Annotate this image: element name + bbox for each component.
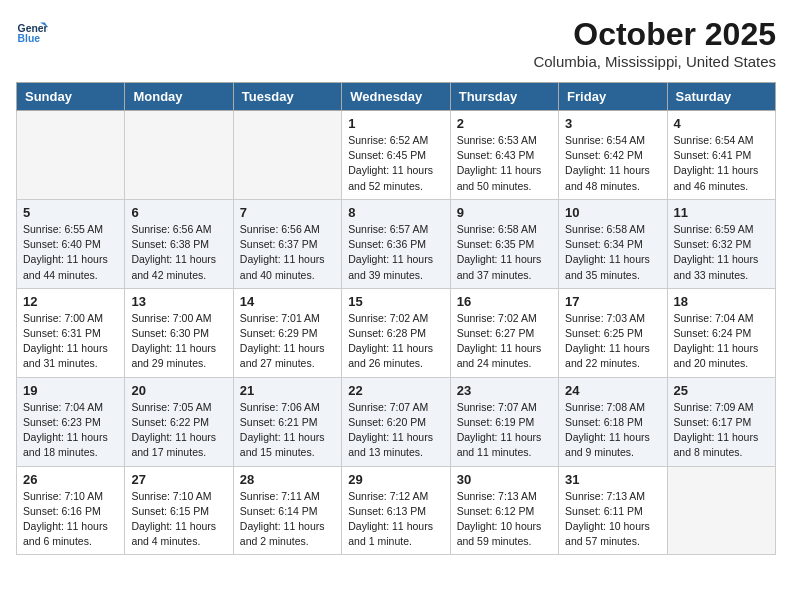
- day-number: 4: [674, 116, 769, 131]
- day-info: Sunrise: 6:58 AM Sunset: 6:35 PM Dayligh…: [457, 222, 552, 283]
- day-info: Sunrise: 6:54 AM Sunset: 6:41 PM Dayligh…: [674, 133, 769, 194]
- day-info: Sunrise: 7:08 AM Sunset: 6:18 PM Dayligh…: [565, 400, 660, 461]
- calendar-cell: 18Sunrise: 7:04 AM Sunset: 6:24 PM Dayli…: [667, 288, 775, 377]
- day-info: Sunrise: 7:10 AM Sunset: 6:16 PM Dayligh…: [23, 489, 118, 550]
- logo-icon: General Blue: [16, 16, 48, 48]
- day-number: 6: [131, 205, 226, 220]
- day-info: Sunrise: 7:07 AM Sunset: 6:19 PM Dayligh…: [457, 400, 552, 461]
- day-number: 13: [131, 294, 226, 309]
- calendar-cell: 19Sunrise: 7:04 AM Sunset: 6:23 PM Dayli…: [17, 377, 125, 466]
- day-number: 23: [457, 383, 552, 398]
- calendar-cell: 7Sunrise: 6:56 AM Sunset: 6:37 PM Daylig…: [233, 199, 341, 288]
- weekday-header-monday: Monday: [125, 83, 233, 111]
- calendar-cell: 22Sunrise: 7:07 AM Sunset: 6:20 PM Dayli…: [342, 377, 450, 466]
- month-title: October 2025: [533, 16, 776, 53]
- calendar-cell: 14Sunrise: 7:01 AM Sunset: 6:29 PM Dayli…: [233, 288, 341, 377]
- weekday-header-wednesday: Wednesday: [342, 83, 450, 111]
- calendar-cell: 9Sunrise: 6:58 AM Sunset: 6:35 PM Daylig…: [450, 199, 558, 288]
- day-info: Sunrise: 7:02 AM Sunset: 6:27 PM Dayligh…: [457, 311, 552, 372]
- day-number: 11: [674, 205, 769, 220]
- calendar-cell: [17, 111, 125, 200]
- calendar-cell: 21Sunrise: 7:06 AM Sunset: 6:21 PM Dayli…: [233, 377, 341, 466]
- day-number: 15: [348, 294, 443, 309]
- calendar-cell: 8Sunrise: 6:57 AM Sunset: 6:36 PM Daylig…: [342, 199, 450, 288]
- week-row-3: 12Sunrise: 7:00 AM Sunset: 6:31 PM Dayli…: [17, 288, 776, 377]
- day-info: Sunrise: 7:12 AM Sunset: 6:13 PM Dayligh…: [348, 489, 443, 550]
- weekday-header-saturday: Saturday: [667, 83, 775, 111]
- day-number: 28: [240, 472, 335, 487]
- calendar-cell: 2Sunrise: 6:53 AM Sunset: 6:43 PM Daylig…: [450, 111, 558, 200]
- weekday-header-tuesday: Tuesday: [233, 83, 341, 111]
- svg-text:Blue: Blue: [18, 33, 41, 44]
- day-info: Sunrise: 6:54 AM Sunset: 6:42 PM Dayligh…: [565, 133, 660, 194]
- day-info: Sunrise: 6:57 AM Sunset: 6:36 PM Dayligh…: [348, 222, 443, 283]
- day-number: 26: [23, 472, 118, 487]
- day-number: 16: [457, 294, 552, 309]
- day-info: Sunrise: 7:00 AM Sunset: 6:31 PM Dayligh…: [23, 311, 118, 372]
- weekday-header-friday: Friday: [559, 83, 667, 111]
- day-info: Sunrise: 7:02 AM Sunset: 6:28 PM Dayligh…: [348, 311, 443, 372]
- calendar-cell: 1Sunrise: 6:52 AM Sunset: 6:45 PM Daylig…: [342, 111, 450, 200]
- day-info: Sunrise: 6:59 AM Sunset: 6:32 PM Dayligh…: [674, 222, 769, 283]
- calendar-cell: 3Sunrise: 6:54 AM Sunset: 6:42 PM Daylig…: [559, 111, 667, 200]
- day-number: 1: [348, 116, 443, 131]
- day-number: 17: [565, 294, 660, 309]
- day-number: 10: [565, 205, 660, 220]
- calendar-cell: 23Sunrise: 7:07 AM Sunset: 6:19 PM Dayli…: [450, 377, 558, 466]
- day-info: Sunrise: 7:13 AM Sunset: 6:11 PM Dayligh…: [565, 489, 660, 550]
- day-info: Sunrise: 6:56 AM Sunset: 6:37 PM Dayligh…: [240, 222, 335, 283]
- day-number: 20: [131, 383, 226, 398]
- calendar-cell: 25Sunrise: 7:09 AM Sunset: 6:17 PM Dayli…: [667, 377, 775, 466]
- day-number: 21: [240, 383, 335, 398]
- calendar-cell: 28Sunrise: 7:11 AM Sunset: 6:14 PM Dayli…: [233, 466, 341, 555]
- calendar-cell: [125, 111, 233, 200]
- calendar-table: SundayMondayTuesdayWednesdayThursdayFrid…: [16, 82, 776, 555]
- day-info: Sunrise: 7:09 AM Sunset: 6:17 PM Dayligh…: [674, 400, 769, 461]
- day-number: 31: [565, 472, 660, 487]
- calendar-cell: 31Sunrise: 7:13 AM Sunset: 6:11 PM Dayli…: [559, 466, 667, 555]
- day-number: 5: [23, 205, 118, 220]
- day-info: Sunrise: 7:13 AM Sunset: 6:12 PM Dayligh…: [457, 489, 552, 550]
- calendar-cell: 20Sunrise: 7:05 AM Sunset: 6:22 PM Dayli…: [125, 377, 233, 466]
- day-number: 12: [23, 294, 118, 309]
- calendar-cell: 29Sunrise: 7:12 AM Sunset: 6:13 PM Dayli…: [342, 466, 450, 555]
- calendar-cell: 4Sunrise: 6:54 AM Sunset: 6:41 PM Daylig…: [667, 111, 775, 200]
- day-number: 3: [565, 116, 660, 131]
- calendar-cell: 30Sunrise: 7:13 AM Sunset: 6:12 PM Dayli…: [450, 466, 558, 555]
- calendar-cell: 13Sunrise: 7:00 AM Sunset: 6:30 PM Dayli…: [125, 288, 233, 377]
- weekday-header-thursday: Thursday: [450, 83, 558, 111]
- day-number: 29: [348, 472, 443, 487]
- day-number: 18: [674, 294, 769, 309]
- day-info: Sunrise: 7:04 AM Sunset: 6:24 PM Dayligh…: [674, 311, 769, 372]
- calendar-cell: 6Sunrise: 6:56 AM Sunset: 6:38 PM Daylig…: [125, 199, 233, 288]
- calendar-cell: [233, 111, 341, 200]
- weekday-header-row: SundayMondayTuesdayWednesdayThursdayFrid…: [17, 83, 776, 111]
- day-info: Sunrise: 7:05 AM Sunset: 6:22 PM Dayligh…: [131, 400, 226, 461]
- calendar-cell: 16Sunrise: 7:02 AM Sunset: 6:27 PM Dayli…: [450, 288, 558, 377]
- day-number: 19: [23, 383, 118, 398]
- day-number: 22: [348, 383, 443, 398]
- day-info: Sunrise: 7:07 AM Sunset: 6:20 PM Dayligh…: [348, 400, 443, 461]
- calendar-cell: 17Sunrise: 7:03 AM Sunset: 6:25 PM Dayli…: [559, 288, 667, 377]
- day-info: Sunrise: 6:56 AM Sunset: 6:38 PM Dayligh…: [131, 222, 226, 283]
- day-info: Sunrise: 6:52 AM Sunset: 6:45 PM Dayligh…: [348, 133, 443, 194]
- calendar-cell: 5Sunrise: 6:55 AM Sunset: 6:40 PM Daylig…: [17, 199, 125, 288]
- day-number: 27: [131, 472, 226, 487]
- day-info: Sunrise: 7:04 AM Sunset: 6:23 PM Dayligh…: [23, 400, 118, 461]
- logo: General Blue: [16, 16, 48, 48]
- day-number: 7: [240, 205, 335, 220]
- page-header: General Blue October 2025 Columbia, Miss…: [16, 16, 776, 70]
- day-number: 25: [674, 383, 769, 398]
- calendar-cell: 12Sunrise: 7:00 AM Sunset: 6:31 PM Dayli…: [17, 288, 125, 377]
- svg-text:General: General: [18, 23, 48, 34]
- calendar-cell: 11Sunrise: 6:59 AM Sunset: 6:32 PM Dayli…: [667, 199, 775, 288]
- day-number: 8: [348, 205, 443, 220]
- week-row-4: 19Sunrise: 7:04 AM Sunset: 6:23 PM Dayli…: [17, 377, 776, 466]
- day-info: Sunrise: 7:11 AM Sunset: 6:14 PM Dayligh…: [240, 489, 335, 550]
- calendar-cell: 24Sunrise: 7:08 AM Sunset: 6:18 PM Dayli…: [559, 377, 667, 466]
- weekday-header-sunday: Sunday: [17, 83, 125, 111]
- day-info: Sunrise: 7:03 AM Sunset: 6:25 PM Dayligh…: [565, 311, 660, 372]
- location: Columbia, Mississippi, United States: [533, 53, 776, 70]
- day-number: 24: [565, 383, 660, 398]
- day-info: Sunrise: 6:58 AM Sunset: 6:34 PM Dayligh…: [565, 222, 660, 283]
